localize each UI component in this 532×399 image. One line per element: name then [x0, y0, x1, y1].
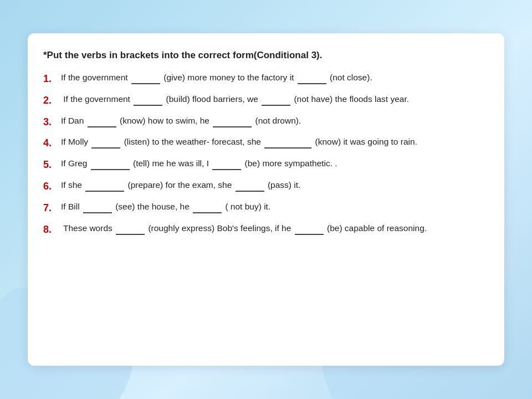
list-item: 2. If the government (build) flood barri… — [43, 93, 484, 109]
item-number: 3. — [43, 114, 61, 130]
item-text: If Dan (know) how to swim, he (not drown… — [61, 114, 484, 130]
item-number: 8. — [43, 222, 61, 238]
blank — [264, 139, 311, 149]
item-text: If Bill (see) the house, he ( not buy) i… — [61, 200, 484, 216]
list-item: 7. If Bill (see) the house, he ( not buy… — [43, 200, 484, 216]
list-item: 1. If the government (give) more money t… — [43, 71, 484, 87]
item-number: 6. — [43, 178, 61, 195]
blank — [88, 117, 116, 127]
list-item: 5. If Greg (tell) me he was ill, I (be) … — [43, 157, 484, 173]
page-title: *Put the verbs in brackets into the corr… — [43, 49, 484, 62]
blank — [83, 203, 112, 213]
blank — [213, 117, 252, 127]
list-item: 6. If she (prepare) for the exam, she (p… — [43, 178, 484, 195]
exercise-list: 1. If the government (give) more money t… — [43, 71, 484, 238]
item-number: 5. — [43, 157, 61, 173]
item-number: 1. — [43, 71, 61, 87]
item-number: 4. — [43, 135, 61, 151]
item-text: If Greg (tell) me he was ill, I (be) mor… — [61, 157, 484, 173]
blank — [212, 160, 241, 170]
blank — [236, 182, 264, 192]
blank — [134, 96, 162, 106]
item-text: If the government (give) more money to t… — [61, 71, 484, 87]
item-number: 2. — [43, 93, 61, 109]
content-card: *Put the verbs in brackets into the corr… — [28, 33, 504, 366]
blank — [298, 74, 326, 84]
list-item: 8. These words (roughly express) Bob's f… — [43, 222, 484, 238]
item-text: If she (prepare) for the exam, she (pass… — [61, 178, 484, 195]
blank — [262, 96, 290, 106]
blank — [116, 225, 145, 235]
blank — [91, 139, 120, 149]
item-text: If the government (build) flood barriers… — [61, 93, 484, 109]
item-text: If Molly (listen) to the weather- foreca… — [61, 135, 484, 151]
blank — [193, 203, 222, 213]
item-number: 7. — [43, 200, 61, 216]
blank — [295, 225, 324, 235]
blank — [91, 160, 130, 170]
list-item: 3. If Dan (know) how to swim, he (not dr… — [43, 114, 484, 130]
item-text: These words (roughly express) Bob's feel… — [61, 222, 484, 238]
blank — [85, 182, 124, 192]
list-item: 4. If Molly (listen) to the weather- for… — [43, 135, 484, 151]
blank — [131, 74, 160, 84]
